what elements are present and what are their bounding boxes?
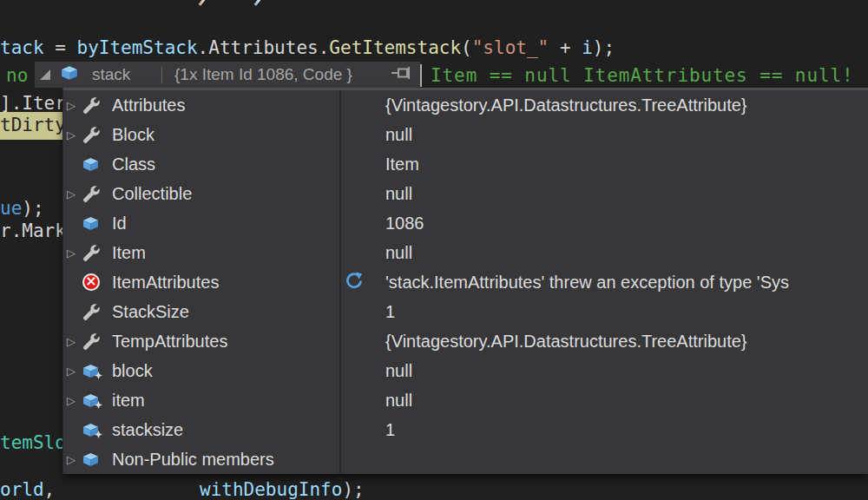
code-fragment-comment: no bbox=[6, 65, 28, 86]
member-kind-icon bbox=[82, 301, 112, 322]
member-value: null bbox=[385, 184, 412, 204]
member-value: 'stack.ItemAttributes' threw an exceptio… bbox=[385, 273, 789, 293]
member-value-cell[interactable]: 'stack.ItemAttributes' threw an exceptio… bbox=[339, 267, 868, 297]
field-cube-icon bbox=[61, 65, 78, 84]
code-fragment-bracket: ].Iter bbox=[0, 93, 66, 114]
member-name: StackSize bbox=[112, 302, 189, 322]
member-kind-icon bbox=[82, 95, 112, 115]
expand-chevron-icon[interactable] bbox=[67, 335, 82, 348]
member-value-cell[interactable]: null bbox=[339, 385, 868, 415]
expand-chevron-icon[interactable] bbox=[67, 188, 82, 201]
member-row-stacksize[interactable]: StackSize 1 bbox=[63, 297, 868, 326]
member-row-id[interactable]: Id 1086 bbox=[63, 208, 868, 238]
member-value: {Vintagestory.API.Datastructures.TreeAtt… bbox=[385, 332, 747, 352]
member-value-cell[interactable] bbox=[339, 444, 868, 474]
member-name-cell[interactable]: stacksize bbox=[63, 415, 339, 444]
member-row-tempattributes[interactable]: TempAttributes {Vintagestory.API.Datastr… bbox=[63, 326, 868, 356]
member-kind-icon bbox=[82, 272, 112, 293]
member-name-cell[interactable]: ItemAttributes bbox=[63, 267, 339, 297]
member-kind-icon bbox=[82, 390, 112, 411]
member-row-collectible[interactable]: Collectible null bbox=[63, 179, 868, 208]
member-name: Id bbox=[112, 214, 127, 234]
datatip-header[interactable]: stack {1x Item Id 1086, Code } bbox=[35, 62, 420, 88]
member-value-cell[interactable]: null bbox=[339, 238, 868, 267]
member-value: null bbox=[385, 391, 412, 411]
member-name-cell[interactable]: StackSize bbox=[63, 297, 339, 326]
member-name-cell[interactable]: block bbox=[63, 356, 339, 385]
member-row-attributes[interactable]: Attributes {Vintagestory.API.Datastructu… bbox=[63, 90, 868, 120]
member-value-cell[interactable]: 1 bbox=[339, 415, 868, 444]
clipped-glyph-fragment bbox=[199, 0, 206, 6]
member-name-cell[interactable]: Item bbox=[63, 238, 339, 267]
member-row-stacksize[interactable]: stacksize 1 bbox=[63, 415, 868, 444]
member-value-cell[interactable]: 1086 bbox=[339, 208, 868, 238]
member-name-cell[interactable]: Id bbox=[63, 208, 339, 238]
member-row-block[interactable]: block null bbox=[63, 356, 868, 385]
member-name-cell[interactable]: Class bbox=[63, 149, 339, 179]
expand-chevron-icon[interactable] bbox=[67, 394, 82, 407]
pin-icon[interactable] bbox=[391, 65, 413, 84]
member-name-cell[interactable]: Attributes bbox=[63, 90, 339, 120]
member-name: Block bbox=[112, 125, 155, 145]
member-value-cell[interactable]: {Vintagestory.API.Datastructures.TreeAtt… bbox=[339, 90, 868, 120]
datatip-variable-name: stack bbox=[92, 65, 161, 84]
member-kind-icon bbox=[82, 449, 112, 470]
refresh-icon[interactable] bbox=[345, 272, 364, 295]
expanded-triangle-icon[interactable] bbox=[40, 69, 50, 80]
member-value: {Vintagestory.API.Datastructures.TreeAtt… bbox=[385, 95, 747, 115]
member-row-block[interactable]: Block null bbox=[63, 120, 868, 149]
member-value-cell[interactable]: Item bbox=[339, 149, 868, 179]
member-kind-icon bbox=[82, 242, 112, 263]
member-kind-icon bbox=[82, 360, 112, 381]
code-line-assignment: tack = byItemStack.Attributes.GetItemsta… bbox=[0, 37, 615, 58]
member-value: 1 bbox=[385, 420, 395, 440]
code-fragment-true: ue); bbox=[0, 198, 44, 219]
member-kind-icon bbox=[82, 124, 112, 145]
expand-chevron-icon[interactable] bbox=[67, 247, 82, 260]
member-name-cell[interactable]: item bbox=[63, 385, 339, 415]
member-row-item[interactable]: item null bbox=[63, 385, 868, 415]
member-kind-icon bbox=[82, 183, 112, 204]
member-kind-icon bbox=[82, 213, 112, 234]
member-kind-icon bbox=[82, 154, 112, 174]
member-value: null bbox=[385, 125, 412, 145]
member-row-itemattributes[interactable]: ItemAttributes 'stack.ItemAttributes' th… bbox=[63, 267, 868, 297]
member-name: Class bbox=[112, 155, 155, 174]
datatip-member-list: Attributes {Vintagestory.API.Datastructu… bbox=[62, 88, 868, 474]
member-row-item[interactable]: Item null bbox=[63, 238, 868, 267]
member-row-class[interactable]: Class Item bbox=[63, 149, 868, 179]
member-value-cell[interactable]: null bbox=[339, 120, 868, 149]
member-name: Non-Public members bbox=[112, 450, 274, 470]
member-name-cell[interactable]: Block bbox=[63, 120, 339, 149]
member-name: stacksize bbox=[112, 420, 183, 440]
datatip-value-preview: {1x Item Id 1086, Code } bbox=[174, 65, 391, 84]
member-value: 1 bbox=[385, 302, 395, 322]
header-divider bbox=[161, 67, 162, 83]
member-value-cell[interactable]: {Vintagestory.API.Datastructures.TreeAtt… bbox=[339, 326, 868, 356]
member-value: null bbox=[385, 361, 412, 381]
member-value-cell[interactable]: 1 bbox=[339, 297, 868, 326]
expand-chevron-icon[interactable] bbox=[67, 99, 82, 112]
member-name: item bbox=[112, 391, 145, 411]
member-value-cell[interactable]: null bbox=[339, 356, 868, 385]
expand-chevron-icon[interactable] bbox=[67, 128, 82, 141]
member-row-non-public-members[interactable]: Non-Public members bbox=[63, 444, 868, 474]
member-name: Collectible bbox=[112, 184, 192, 204]
vs-debugger-screen: tack = byItemStack.Attributes.GetItemsta… bbox=[0, 0, 868, 500]
member-name-cell[interactable]: Collectible bbox=[63, 179, 339, 208]
expand-chevron-icon[interactable] bbox=[67, 453, 82, 466]
code-fragment-mark: r.Mark bbox=[0, 220, 66, 241]
member-value: Item bbox=[385, 155, 419, 174]
member-name: block bbox=[112, 361, 153, 381]
clipped-glyph-fragment bbox=[254, 0, 261, 6]
member-name-cell[interactable]: Non-Public members bbox=[63, 444, 339, 474]
member-value-cell[interactable]: null bbox=[339, 179, 868, 208]
member-value: null bbox=[385, 243, 412, 263]
code-line-bottom-continued: withDebugInfo); bbox=[200, 479, 365, 500]
code-fragment-highlighted-symbol: tDirty bbox=[0, 112, 63, 140]
error-icon bbox=[82, 273, 100, 291]
member-name: Item bbox=[112, 243, 146, 263]
expand-chevron-icon[interactable] bbox=[67, 365, 82, 378]
member-name-cell[interactable]: TempAttributes bbox=[63, 326, 339, 356]
member-kind-icon bbox=[82, 419, 112, 440]
